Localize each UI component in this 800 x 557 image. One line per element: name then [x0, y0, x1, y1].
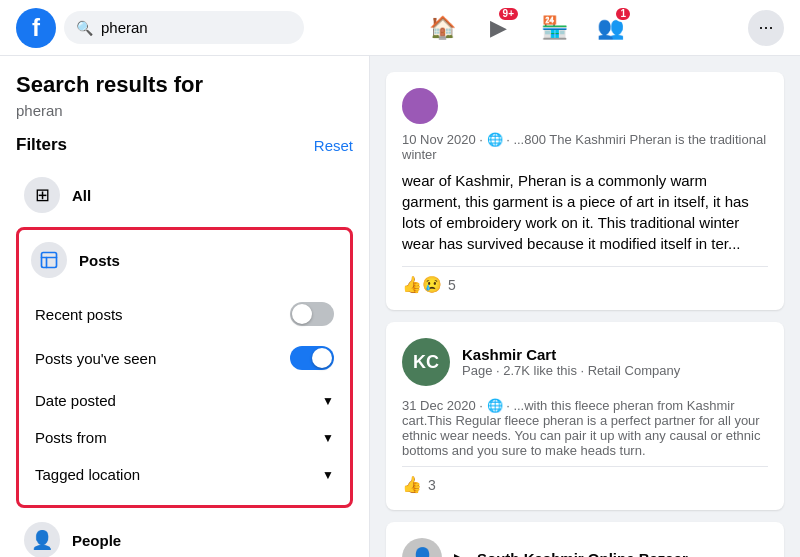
search-input[interactable]: [101, 19, 292, 36]
south-kashmir-name: South Kashmir Online Bazaar: [477, 550, 688, 558]
chevron-down-icon: ▼: [322, 394, 334, 408]
toggle-knob: [312, 348, 332, 368]
filter-all-label: All: [72, 187, 91, 204]
search-query: pheran: [16, 102, 353, 119]
reaction-icons: 👍: [402, 475, 422, 494]
posts-section: Posts Recent posts Posts you've seen Dat…: [16, 227, 353, 508]
home-nav-button[interactable]: 🏠: [418, 4, 466, 52]
play-icon: ▶: [454, 550, 465, 557]
posts-seen-row: Posts you've seen: [31, 338, 338, 378]
page-details: Kashmir Cart Page · 2.7K like this · Ret…: [462, 346, 680, 378]
reaction-icons: 👍😢: [402, 275, 442, 294]
nav-center: 🏠 ▶ 9+ 🏪 👥 1: [304, 4, 748, 52]
tagged-location-row[interactable]: Tagged location ▼: [31, 456, 338, 493]
page-info: KC Kashmir Cart Page · 2.7K like this · …: [402, 338, 768, 386]
date-posted-row[interactable]: Date posted ▼: [31, 382, 338, 419]
post-reactions: 👍😢 5: [402, 275, 768, 294]
reset-button[interactable]: Reset: [314, 137, 353, 154]
post-text: wear of Kashmir, Pheran is a commonly wa…: [402, 170, 768, 254]
people-filter-label: People: [72, 532, 121, 549]
toggle-knob: [292, 304, 312, 324]
date-posted-label: Date posted: [35, 392, 116, 409]
filter-people[interactable]: 👤 People: [16, 512, 353, 557]
tagged-location-label: Tagged location: [35, 466, 140, 483]
south-kashmir-row: 👤 ▶ South Kashmir Online Bazaar: [386, 522, 784, 557]
posts-from-row[interactable]: Posts from ▼: [31, 419, 338, 456]
more-icon: ···: [758, 17, 773, 38]
filters-row: Filters Reset: [16, 135, 353, 155]
people-badge: 1: [614, 6, 632, 22]
posts-icon: [31, 242, 67, 278]
blur-icon: 👤: [410, 546, 435, 557]
page-avatar: KC: [402, 338, 450, 386]
sidebar: Search results for pheran Filters Reset …: [0, 56, 370, 557]
nav-right: ···: [748, 10, 784, 46]
page-name: Kashmir Cart: [462, 346, 680, 363]
post-top: [402, 88, 768, 124]
posts-from-label: Posts from: [35, 429, 107, 446]
posts-seen-toggle[interactable]: [290, 346, 334, 370]
chevron-down-icon: ▼: [322, 468, 334, 482]
content-area: 10 Nov 2020 · 🌐 · ...800 The Kashmiri Ph…: [370, 56, 800, 557]
reaction-count: 5: [448, 277, 456, 293]
post-meta: 31 Dec 2020 · 🌐 · ...with this fleece ph…: [402, 398, 768, 458]
reaction-count: 3: [428, 477, 436, 493]
store-icon: 🏪: [541, 15, 568, 41]
posts-title: Posts: [79, 252, 120, 269]
recent-posts-toggle[interactable]: [290, 302, 334, 326]
more-options-button[interactable]: ···: [748, 10, 784, 46]
all-filter-icon: ⊞: [24, 177, 60, 213]
divider: [402, 266, 768, 267]
posts-seen-label: Posts you've seen: [35, 350, 156, 367]
people-nav-button[interactable]: 👥 1: [586, 4, 634, 52]
store-nav-button[interactable]: 🏪: [530, 4, 578, 52]
chevron-down-icon: ▼: [322, 431, 334, 445]
divider: [402, 466, 768, 467]
post-reactions: 👍 3: [402, 475, 768, 494]
filter-all[interactable]: ⊞ All: [16, 167, 353, 223]
nav-left: f 🔍: [16, 8, 304, 48]
recent-posts-label: Recent posts: [35, 306, 123, 323]
recent-posts-row: Recent posts: [31, 294, 338, 334]
svg-rect-0: [42, 253, 57, 268]
avatar: [402, 88, 438, 124]
search-bar[interactable]: 🔍: [64, 11, 304, 44]
search-icon: 🔍: [76, 20, 93, 36]
post-card: 10 Nov 2020 · 🌐 · ...800 The Kashmiri Ph…: [386, 72, 784, 310]
page-card: KC Kashmir Cart Page · 2.7K like this · …: [386, 322, 784, 510]
video-badge: 9+: [497, 6, 520, 22]
page-subtitle: Page · 2.7K like this · Retail Company: [462, 363, 680, 378]
filters-label: Filters: [16, 135, 67, 155]
posts-header[interactable]: Posts: [31, 242, 338, 278]
post-meta: 10 Nov 2020 · 🌐 · ...800 The Kashmiri Ph…: [402, 132, 768, 162]
blurred-avatar: 👤: [402, 538, 442, 557]
search-results-heading: Search results for: [16, 72, 353, 98]
people-filter-icon: 👤: [24, 522, 60, 557]
main-layout: Search results for pheran Filters Reset …: [0, 56, 800, 557]
video-nav-button[interactable]: ▶ 9+: [474, 4, 522, 52]
top-navigation: f 🔍 🏠 ▶ 9+ 🏪 👥 1 ···: [0, 0, 800, 56]
home-icon: 🏠: [429, 15, 456, 41]
facebook-logo[interactable]: f: [16, 8, 56, 48]
